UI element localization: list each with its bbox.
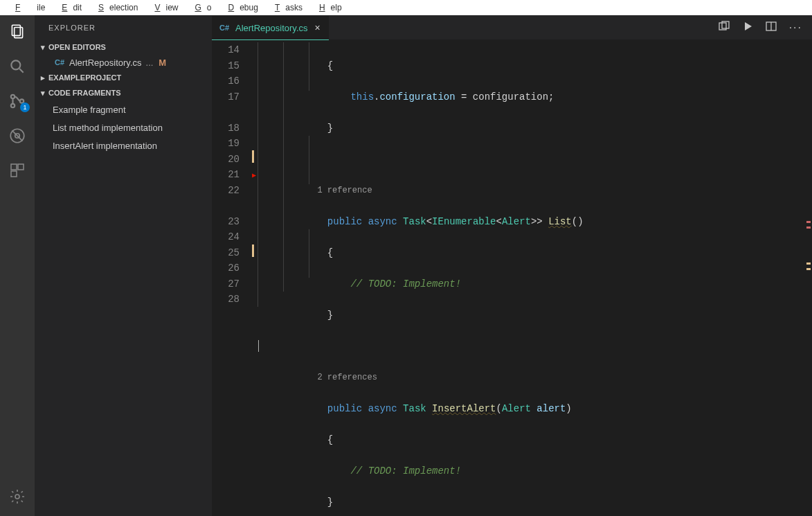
text-cursor: [258, 340, 259, 352]
settings-gear-icon[interactable]: [8, 487, 27, 506]
more-actions-icon[interactable]: ···: [789, 21, 802, 34]
editor-tab[interactable]: C# AlertRepository.cs ×: [212, 15, 329, 39]
explorer-sidebar: EXPLORER ▾ OPEN EDITORS C# AlertReposito…: [35, 15, 212, 516]
fragment-label: Example fragment: [53, 105, 126, 115]
project-label: EXAMPLEPROJECT: [48, 73, 121, 82]
menu-debug[interactable]: Debug: [217, 1, 264, 14]
search-icon[interactable]: [8, 57, 27, 76]
chevron-right-icon: ▸: [37, 73, 48, 82]
open-editors-label: OPEN EDITORS: [48, 43, 106, 51]
svg-point-13: [15, 495, 19, 499]
svg-rect-1: [15, 28, 23, 38]
line-number-gutter: 14 15 16 17 18 19 20 21 22 23 24 25 26 2…: [212, 39, 252, 516]
menu-view[interactable]: View: [143, 1, 183, 14]
svg-line-8: [12, 130, 22, 141]
scm-badge: 1: [20, 103, 30, 112]
sidebar-title: EXPLORER: [35, 15, 212, 39]
fragment-item[interactable]: List method implementation: [35, 118, 212, 136]
breakpoint-icon: ▶: [252, 168, 256, 184]
tab-bar: C# AlertRepository.cs × ···: [212, 15, 812, 39]
code-fragments-label: CODE FRAGMENTS: [48, 89, 121, 97]
editor-actions: ···: [719, 15, 812, 39]
open-editor-filename: AlertRepository.cs: [69, 57, 142, 68]
svg-point-4: [11, 95, 15, 98]
codelens[interactable]: 2 references: [258, 370, 800, 386]
open-editor-suffix: ...: [146, 57, 154, 68]
svg-rect-10: [11, 164, 17, 170]
source-control-icon[interactable]: 1: [8, 91, 27, 111]
codelens[interactable]: 1 reference: [258, 183, 800, 199]
menu-selection[interactable]: Selection: [87, 1, 143, 14]
csharp-file-icon: C#: [54, 57, 65, 68]
fragment-label: InsertAlert implementation: [53, 141, 157, 151]
code-editor[interactable]: 14 15 16 17 18 19 20 21 22 23 24 25 26 2…: [212, 39, 812, 516]
compare-changes-icon[interactable]: [719, 21, 730, 34]
menu-tasks[interactable]: Tasks: [264, 1, 308, 14]
svg-line-3: [19, 69, 23, 72]
menu-bar: File Edit Selection View Go Debug Tasks …: [0, 0, 812, 15]
fragment-item[interactable]: InsertAlert implementation: [35, 136, 212, 154]
debug-icon[interactable]: [8, 126, 27, 145]
fragment-item[interactable]: Example fragment: [35, 100, 212, 118]
run-icon[interactable]: [742, 21, 753, 34]
code-content[interactable]: { this.configuration = configuration; } …: [258, 39, 800, 516]
chevron-down-icon: ▾: [37, 43, 48, 52]
tab-filename: AlertRepository.cs: [235, 23, 308, 33]
svg-point-2: [11, 60, 20, 69]
menu-go[interactable]: Go: [183, 1, 217, 14]
explorer-icon[interactable]: [8, 22, 27, 42]
code-fragments-header[interactable]: ▾ CODE FRAGMENTS: [35, 85, 212, 100]
gutter-decorations: ▶: [252, 39, 258, 516]
svg-rect-11: [18, 164, 24, 170]
menu-file[interactable]: File: [4, 1, 51, 14]
menu-edit[interactable]: Edit: [51, 1, 87, 14]
close-icon[interactable]: ×: [314, 22, 322, 33]
split-editor-icon[interactable]: [766, 21, 777, 34]
chevron-down-icon: ▾: [37, 89, 48, 98]
modified-indicator: M: [157, 57, 166, 68]
fragment-label: List method implementation: [53, 123, 163, 133]
svg-point-5: [11, 104, 15, 107]
minimap[interactable]: [800, 39, 812, 516]
extensions-icon[interactable]: [8, 161, 27, 180]
open-editor-file[interactable]: C# AlertRepository.cs ... M: [35, 55, 212, 70]
project-header[interactable]: ▸ EXAMPLEPROJECT: [35, 70, 212, 85]
svg-rect-0: [12, 25, 20, 35]
activity-bar: 1: [0, 15, 35, 516]
menu-help[interactable]: Help: [308, 1, 348, 14]
csharp-file-icon: C#: [219, 22, 230, 33]
svg-rect-12: [11, 171, 17, 177]
open-editors-header[interactable]: ▾ OPEN EDITORS: [35, 39, 212, 55]
editor-group: C# AlertRepository.cs × ···: [212, 15, 812, 516]
